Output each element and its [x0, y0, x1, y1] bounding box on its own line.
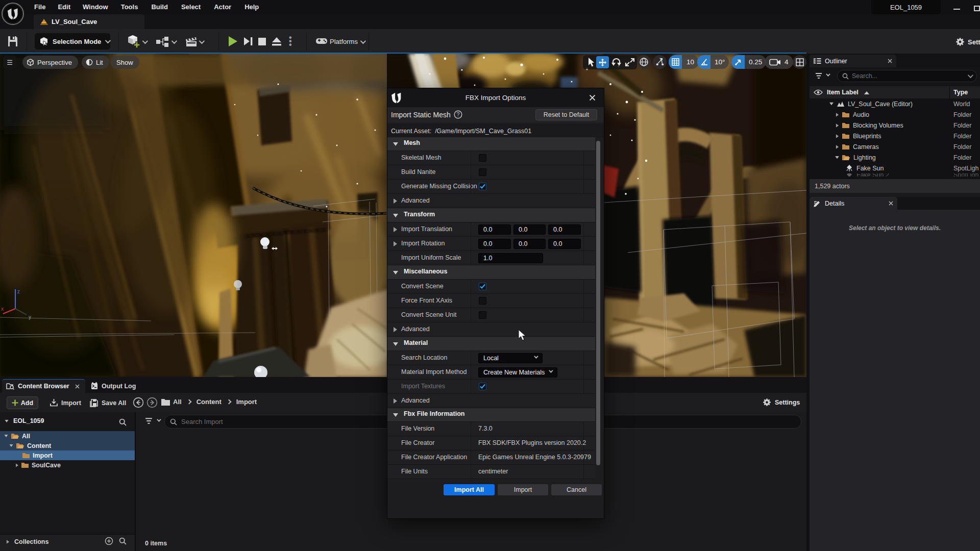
- svg-text:y: y: [29, 314, 31, 320]
- svg-text:?: ?: [457, 111, 460, 117]
- svg-text:z: z: [17, 289, 20, 294]
- svg-text:x: x: [1, 306, 4, 312]
